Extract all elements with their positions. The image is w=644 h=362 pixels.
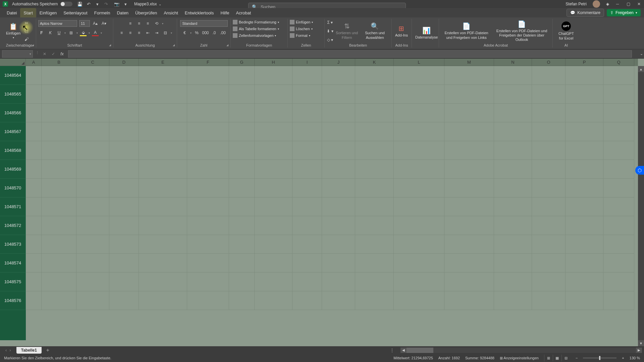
column-header[interactable]: K (355, 59, 394, 66)
cell[interactable] (26, 235, 42, 254)
column-header[interactable]: F (187, 59, 229, 66)
cell[interactable] (139, 160, 187, 179)
number-launcher[interactable]: ◢ (226, 44, 230, 47)
cell[interactable] (42, 291, 76, 310)
cell[interactable] (566, 104, 603, 122)
cells-area[interactable] (26, 66, 638, 340)
tab-ansicht[interactable]: Ansicht (160, 8, 181, 17)
cell[interactable] (292, 179, 322, 197)
bold-button[interactable]: F (38, 29, 45, 36)
sort-filter-button[interactable]: ⇅ Sortieren und Filtern (334, 21, 360, 40)
zoom-out-icon[interactable]: − (576, 356, 578, 360)
cell[interactable] (26, 291, 42, 310)
format-painter-icon[interactable]: 🖌 (23, 36, 30, 43)
cell[interactable] (229, 197, 255, 216)
cell[interactable] (322, 66, 355, 85)
cell[interactable] (26, 197, 42, 216)
cell[interactable] (229, 85, 255, 104)
cell[interactable] (566, 85, 603, 104)
column-header[interactable]: B (42, 59, 76, 66)
cell[interactable] (26, 66, 42, 85)
tab-einfügen[interactable]: Einfügen (36, 8, 60, 17)
row-header[interactable]: 1048572 (0, 216, 26, 235)
cell[interactable] (76, 141, 109, 160)
cell[interactable] (603, 85, 634, 104)
cell[interactable] (566, 141, 603, 160)
cell[interactable] (187, 122, 229, 141)
user-name[interactable]: Stefan Petri (566, 2, 587, 6)
underline-button[interactable]: U (56, 29, 62, 36)
cell[interactable] (603, 66, 634, 85)
name-box[interactable]: ▾ (2, 50, 33, 58)
cell[interactable] (109, 273, 139, 291)
filename[interactable]: Mappe3.xlsx ⌄ (134, 2, 161, 6)
cell[interactable] (494, 235, 532, 254)
cell[interactable] (255, 160, 292, 179)
cell[interactable] (292, 235, 322, 254)
cell[interactable] (76, 197, 109, 216)
comments-button[interactable]: 💬 Kommentare (567, 9, 604, 17)
cell[interactable] (603, 235, 634, 254)
cell[interactable] (494, 216, 532, 235)
cell[interactable] (187, 197, 229, 216)
cell[interactable] (26, 122, 42, 141)
comma-icon[interactable]: 000 (202, 29, 209, 36)
cell[interactable] (229, 160, 255, 179)
cell[interactable] (292, 197, 322, 216)
indent-decrease-icon[interactable]: ⇤ (145, 29, 151, 36)
column-header[interactable]: A (26, 59, 42, 66)
addins-button[interactable]: ⊞ Add-Ins (394, 24, 409, 38)
tab-hilfe[interactable]: Hilfe (217, 8, 233, 17)
cell[interactable] (229, 291, 255, 310)
zoom-slider[interactable] (583, 357, 616, 359)
cell[interactable] (566, 235, 603, 254)
cell[interactable] (444, 216, 494, 235)
column-header[interactable]: M (444, 59, 494, 66)
cell[interactable] (444, 66, 494, 85)
column-header[interactable]: J (322, 59, 355, 66)
cell[interactable] (187, 291, 229, 310)
cell[interactable] (322, 273, 355, 291)
cell[interactable] (355, 235, 394, 254)
increase-decimal-icon[interactable]: .0 (211, 29, 218, 36)
border-icon[interactable]: ⊞ (68, 29, 74, 36)
cell[interactable] (109, 197, 139, 216)
share-button[interactable]: ⇪ Freigeben ▾ (607, 9, 641, 16)
cell[interactable] (394, 104, 444, 122)
row-header[interactable]: 1048566 (0, 104, 26, 122)
cell[interactable] (322, 254, 355, 273)
find-select-button[interactable]: 🔍 Suchen und Auswählen (360, 21, 389, 40)
cell[interactable] (292, 273, 322, 291)
cell[interactable] (42, 160, 76, 179)
cell[interactable] (26, 104, 42, 122)
cell[interactable] (355, 179, 394, 197)
cell[interactable] (444, 197, 494, 216)
cell[interactable] (139, 197, 187, 216)
tab-start[interactable]: Start (20, 8, 36, 17)
cell-styles-button[interactable]: Zellenformatvorlagen▾ (233, 33, 276, 38)
cell[interactable] (26, 85, 42, 104)
column-header[interactable]: O (532, 59, 566, 66)
vertical-scrollbar[interactable]: ▲ ▼ (638, 66, 644, 346)
cell[interactable] (322, 235, 355, 254)
filename-dropdown-icon[interactable]: ⌄ (159, 2, 161, 6)
page-layout-view-icon[interactable]: ▦ (553, 355, 561, 361)
scroll-down-icon[interactable]: ▼ (638, 340, 644, 346)
cell[interactable] (255, 85, 292, 104)
cell[interactable] (322, 291, 355, 310)
autosave[interactable]: Automatisches Speichern (12, 2, 72, 6)
cell[interactable] (76, 291, 109, 310)
cell[interactable] (292, 141, 322, 160)
column-header[interactable]: H (255, 59, 292, 66)
cell[interactable] (139, 85, 187, 104)
row-header[interactable]: 1048573 (0, 235, 26, 254)
row-header[interactable]: 1048567 (0, 122, 26, 141)
cell[interactable] (394, 291, 444, 310)
cell[interactable] (109, 85, 139, 104)
cell[interactable] (566, 122, 603, 141)
cell[interactable] (109, 216, 139, 235)
font-color-icon[interactable]: A (92, 29, 99, 36)
cell[interactable] (494, 104, 532, 122)
cell[interactable] (292, 85, 322, 104)
cell[interactable] (292, 104, 322, 122)
